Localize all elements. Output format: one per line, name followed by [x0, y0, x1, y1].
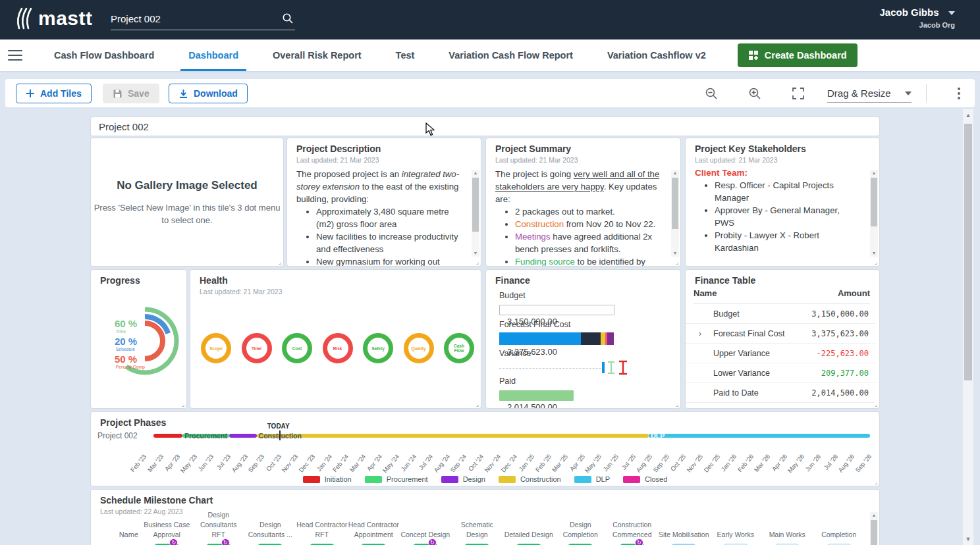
axis-month-label: Mar '24 — [348, 453, 367, 473]
nav-tab[interactable]: Variation Cash Flow Report — [431, 39, 590, 71]
tile-title: Project Summary — [495, 143, 671, 154]
project-description-tile[interactable]: Project Description Last updated: 21 Mar… — [286, 138, 481, 267]
health-indicator[interactable]: Time — [242, 333, 272, 363]
scroll-thumb[interactable] — [672, 178, 678, 229]
zoom-out-button[interactable] — [702, 85, 721, 102]
resize-handle[interactable] — [476, 401, 479, 407]
download-button[interactable]: Download — [169, 84, 248, 103]
axis-month-label: Jan '25 — [517, 453, 535, 473]
table-row[interactable]: › Forecast Final Cost 3,375,623.00 — [686, 324, 875, 344]
scroll-thumb[interactable] — [871, 178, 877, 226]
row-name: Paid to Date — [713, 388, 759, 398]
schedule-milestone-tile[interactable]: Schedule Milestone Chart Last updated: 2… — [90, 489, 880, 545]
zoom-in-button[interactable] — [746, 85, 764, 102]
menu-icon[interactable] — [8, 50, 22, 61]
mastt-logo[interactable]: mastt — [14, 7, 93, 30]
scroll-thumb[interactable] — [964, 124, 972, 380]
axis-month-label: Sep '23 — [246, 453, 265, 474]
search-icon[interactable] — [282, 13, 294, 24]
fullscreen-button[interactable] — [789, 85, 807, 102]
create-dashboard-button[interactable]: Create Dashboard — [738, 43, 858, 67]
dashboard-nav: Cash Flow DashboardDashboardOverall Risk… — [0, 39, 980, 71]
table-row[interactable]: Lower Variance 209,377.00 — [686, 363, 875, 383]
health-indicator-label: Quality — [411, 346, 425, 351]
nav-tab[interactable]: Dashboard — [171, 39, 256, 71]
resize-handle[interactable] — [279, 259, 281, 265]
scroll-thumb[interactable] — [472, 178, 479, 232]
milestone-label: Site Mobilisation — [658, 513, 710, 540]
scroll-thumb[interactable] — [871, 520, 877, 545]
page-scrollbar[interactable] — [963, 109, 973, 545]
axis-month-label: Aug '23 — [230, 453, 249, 474]
last-updated: Last updated: 21 Mar 2023 — [200, 288, 472, 296]
nav-tab[interactable]: Overall Risk Report — [256, 39, 379, 71]
nav-tab[interactable]: Cash Flow Dashboard — [37, 39, 171, 71]
row-amount: 2,014,500.00 — [811, 388, 869, 398]
finance-table-tile[interactable]: Finance Table Name Amount Budget 3,150,0… — [685, 269, 880, 409]
variance-markers — [597, 360, 636, 376]
milestone-label: Completion — [813, 513, 865, 540]
global-search-input[interactable]: Project 002 — [111, 11, 295, 30]
health-tile[interactable]: Health Last updated: 21 Mar 2023 Scope T… — [190, 269, 481, 409]
scroll-up-icon[interactable] — [472, 170, 479, 176]
tile-scrollbar[interactable] — [870, 170, 878, 257]
scroll-up-icon[interactable] — [870, 512, 878, 519]
scroll-up-icon[interactable] — [963, 111, 973, 120]
axis-month-label: Jun '26 — [803, 453, 822, 473]
health-indicator[interactable]: Cash Flow — [444, 333, 474, 363]
health-indicator[interactable]: Quality — [404, 333, 434, 363]
description-body: The proposed project is an integrated tw… — [296, 168, 472, 267]
phase-label: DLP — [649, 432, 665, 440]
resize-handle[interactable] — [182, 401, 184, 407]
key-stakeholders-tile[interactable]: Project Key Stakeholders Last updated: 2… — [685, 138, 880, 267]
expand-chevron-icon[interactable]: › — [699, 329, 701, 338]
legend-label: Procurement — [387, 475, 428, 483]
gallery-tile[interactable]: No Gallery Image Selected Press 'Select … — [90, 138, 284, 267]
health-indicator[interactable]: Risk — [323, 333, 353, 363]
canvas-title-bar[interactable]: Project 002 — [90, 117, 880, 136]
resize-handle[interactable] — [875, 479, 877, 485]
stakeholder-item: Resp. Officer - Capital Projects Manager — [715, 179, 859, 204]
resize-handle[interactable] — [676, 401, 678, 407]
table-row[interactable]: Paid to Date 2,014,500.00 — [686, 383, 875, 403]
health-indicator[interactable]: Scope — [201, 333, 231, 363]
health-indicator[interactable]: Cost — [282, 333, 312, 363]
resize-handle[interactable] — [875, 259, 877, 265]
milestone-column: Business Case Approval — [141, 513, 193, 545]
nav-tab[interactable]: Variation Cashflow v2 — [590, 39, 723, 71]
scroll-down-icon[interactable] — [671, 250, 679, 257]
health-indicator[interactable]: Safety — [363, 333, 393, 363]
milestone-column: Detailed Design — [503, 513, 555, 545]
add-tiles-button[interactable]: Add Tiles — [16, 84, 92, 103]
milestone-column: Site Mobilisation — [658, 513, 710, 545]
resize-handle[interactable] — [676, 259, 678, 265]
resize-handle[interactable] — [476, 259, 479, 265]
user-menu[interactable]: Jacob Gibbs Jacob Org — [880, 7, 955, 29]
more-options-button[interactable] — [950, 84, 968, 103]
nav-tab[interactable]: Test — [379, 39, 432, 71]
plus-icon — [26, 89, 35, 98]
tile-scrollbar[interactable] — [870, 512, 878, 545]
scroll-down-icon[interactable] — [963, 534, 973, 544]
health-indicators: Scope Time Cost Risk Safety Quality Cash… — [201, 333, 474, 363]
table-row[interactable]: Upper Variance -225,623.00 — [686, 344, 875, 363]
milestone-badge-icon — [635, 538, 643, 545]
legend-swatch — [574, 476, 591, 483]
scroll-down-icon[interactable] — [472, 250, 479, 257]
project-phases-tile[interactable]: Project Phases Project 002 TODAY Procure… — [90, 411, 880, 486]
project-summary-tile[interactable]: Project Summary Last updated: 21 Mar 202… — [485, 138, 681, 267]
scroll-up-icon[interactable] — [671, 170, 679, 176]
scroll-up-icon[interactable] — [870, 170, 878, 176]
save-button[interactable]: Save — [103, 84, 159, 103]
progress-tile[interactable]: Progress 60 % Time 20 % Schedule 50 % Pe… — [90, 269, 187, 409]
scroll-down-icon[interactable] — [870, 250, 878, 257]
tile-scrollbar[interactable] — [671, 170, 679, 257]
resize-handle[interactable] — [875, 401, 877, 407]
drag-resize-select[interactable]: Drag & Resize — [827, 84, 912, 103]
legend-label: Initiation — [325, 475, 352, 483]
tile-scrollbar[interactable] — [472, 170, 479, 257]
gantt-row-label: Project 002 — [97, 431, 138, 440]
table-row[interactable]: Budget 3,150,000.00 — [686, 304, 875, 324]
health-indicator-label: Cash Flow — [449, 344, 470, 353]
finance-tile[interactable]: Finance Budget 3,150,000.00 Forecast Fin… — [485, 269, 681, 409]
